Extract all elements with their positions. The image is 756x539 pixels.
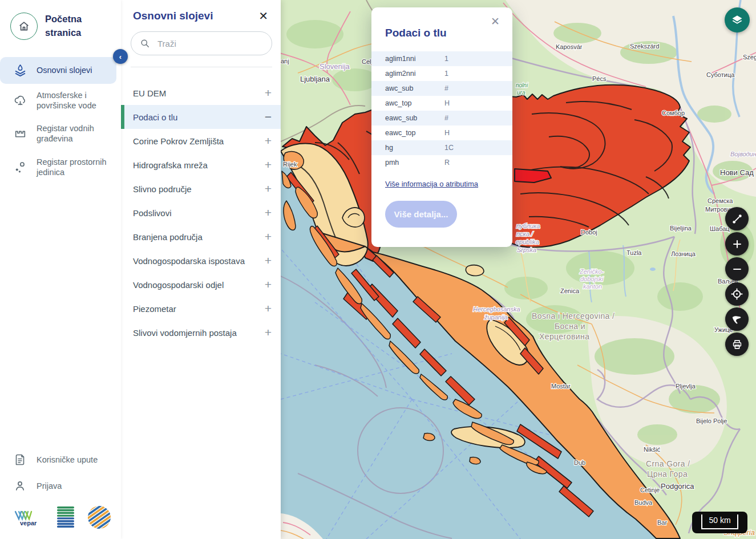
expand-icon[interactable]: + xyxy=(265,278,272,291)
zoom-in-button[interactable] xyxy=(725,232,749,256)
table-row: hg1C xyxy=(371,140,512,155)
map-label: Dub xyxy=(574,459,585,466)
map-label: Pljevlja xyxy=(676,383,696,390)
map-label: nolni xyxy=(516,82,528,88)
map-label: пска / xyxy=(516,230,533,237)
dam-icon xyxy=(13,127,28,141)
map-label: županija xyxy=(484,314,508,321)
table-row: pmhR xyxy=(371,155,512,170)
map-label: Podgorica xyxy=(661,482,694,491)
map-label: Srpska xyxy=(517,246,536,253)
layer-item-branjena-podrucja[interactable]: Branjena područja + xyxy=(121,225,281,249)
layer-item-vodnogospodarski-odjel[interactable]: Vodnogospodarski odjel + xyxy=(121,273,281,297)
sidebar-item-label: Prijava xyxy=(37,481,62,491)
popup-title: Podaci o tlu xyxy=(385,27,512,39)
table-row: aglim1nni1 xyxy=(371,51,512,66)
map-label: Херцеговина xyxy=(539,332,589,341)
croatia-extent-icon xyxy=(730,313,743,326)
layer-item-slivno-podrucje[interactable]: Slivno područje + xyxy=(121,177,281,201)
map-label: Tuzla xyxy=(626,249,642,256)
search-input[interactable] xyxy=(156,38,264,49)
map-label: Војводина xyxy=(730,151,756,157)
layer-item-vodnogospodarska-ispostava[interactable]: Vodnogospodarska ispostava + xyxy=(121,249,281,273)
sidebar-item-label: Registar prostornih jedinica xyxy=(37,157,107,177)
map-label: Kaposvár xyxy=(556,43,583,50)
map-scale-bar: 50 km xyxy=(692,512,747,533)
map-label: Црна Гора xyxy=(647,469,688,479)
expand-icon[interactable]: + xyxy=(265,230,272,244)
sidebar-item-label: Osnovni slojevi xyxy=(37,65,92,75)
zoom-out-button[interactable] xyxy=(725,257,749,281)
map-label: Bijeljina xyxy=(670,225,692,232)
close-icon[interactable]: ✕ xyxy=(487,14,503,29)
sidebar-nav: Osnovni slojevi Atmosferske i površinske… xyxy=(0,57,121,184)
expand-icon[interactable]: + xyxy=(265,158,272,172)
layer-item-podaci-o-tlu[interactable]: Podaci o tlu − xyxy=(121,105,281,129)
sidebar: Početnastranica Osnovni slojevi A xyxy=(0,0,121,539)
person-icon xyxy=(13,479,28,493)
layer-item-corine[interactable]: Corine Pokrov Zemljišta + xyxy=(121,129,281,153)
expand-icon[interactable]: + xyxy=(265,254,272,268)
measure-icon xyxy=(731,213,743,225)
globe-logo xyxy=(87,505,112,532)
print-button[interactable] xyxy=(725,333,749,356)
close-icon[interactable]: ✕ xyxy=(255,10,272,22)
home-icon xyxy=(10,13,38,40)
expand-icon[interactable]: + xyxy=(265,302,272,315)
locate-button[interactable] xyxy=(725,282,749,306)
basemap-layers-button[interactable] xyxy=(725,7,750,33)
expand-icon[interactable]: + xyxy=(265,182,272,196)
sidebar-item-prijava[interactable]: Prijava xyxy=(0,473,121,499)
map[interactable]: Slovenija Ljubljana Celje anj Rijek Kapo… xyxy=(281,0,756,539)
table-row: awc_topH xyxy=(371,96,512,111)
expand-icon[interactable]: + xyxy=(265,326,272,339)
attributes-info-link[interactable]: Više informacija o atributima xyxy=(385,180,478,188)
layer-item-eu-dem[interactable]: EU DEM + xyxy=(121,81,281,105)
layer-item-hidrografska-mreza[interactable]: Hidrografska mreža + xyxy=(121,153,281,177)
sidebar-item-label: Atmosferske i površinske vode xyxy=(37,90,96,111)
app-title: Početnastranica xyxy=(45,13,82,40)
search-icon xyxy=(139,38,151,49)
map-label: kanton xyxy=(583,283,602,290)
basemap: Slovenija Ljubljana Celje anj Rijek Kapo… xyxy=(281,0,756,539)
layer-list: EU DEM + Podaci o tlu − Corine Pokrov Ze… xyxy=(121,81,281,345)
panel-divider xyxy=(131,67,272,67)
collapse-panel-button[interactable]: ‹ xyxy=(113,49,128,64)
home-header[interactable]: Početnastranica xyxy=(0,0,121,50)
expand-icon[interactable]: + xyxy=(265,134,272,148)
scale-label: 50 km xyxy=(701,514,738,529)
collapse-icon[interactable]: − xyxy=(265,110,272,124)
sidebar-item-atmosferske-vode[interactable]: Atmosferske i površinske vode xyxy=(0,84,121,117)
map-label: dobojski xyxy=(580,275,604,282)
table-row: eawc_sub# xyxy=(371,111,512,125)
map-label: Лозница xyxy=(671,250,696,257)
map-label: Doboj xyxy=(581,229,597,236)
table-row: eawc_topH xyxy=(371,125,512,140)
map-label: Mostar xyxy=(551,383,571,390)
layer-item-podslivovi[interactable]: Podslivovi + xyxy=(121,201,281,225)
more-details-button[interactable]: Više detalja... xyxy=(385,201,457,228)
map-label: Pécs xyxy=(592,75,607,82)
sidebar-item-korisnicke-upute[interactable]: Korisničke upute xyxy=(0,447,121,473)
expand-icon[interactable]: + xyxy=(265,206,272,220)
sidebar-item-registar-prostornih-jedinica[interactable]: Registar prostornih jedinica xyxy=(0,151,121,184)
layer-item-piezometar[interactable]: Piezometar + xyxy=(121,297,281,321)
map-label: Босна и xyxy=(555,322,585,331)
layer-item-slivovi-vodomjernih-postaja[interactable]: Slivovi vodomjernih postaja + xyxy=(121,321,281,345)
measure-button[interactable] xyxy=(725,207,749,230)
sidebar-item-osnovni-slojevi[interactable]: Osnovni slojevi xyxy=(0,57,116,84)
map-label: Rijek xyxy=(283,161,297,168)
spatial-units-icon xyxy=(13,160,28,174)
map-label: ura xyxy=(517,90,525,96)
expand-icon[interactable]: + xyxy=(265,86,272,100)
map-label: публика xyxy=(516,222,540,229)
layer-search[interactable] xyxy=(131,31,272,55)
croatia-extent-button[interactable] xyxy=(725,307,749,331)
plus-icon xyxy=(731,238,743,250)
sidebar-item-registar-vodnih-gradevina[interactable]: Registar vodnih građevina xyxy=(0,117,121,150)
layer-panel: Osnovni slojevi ✕ EU DEM + Podaci o tlu … xyxy=(121,0,281,539)
map-label: Cetinje xyxy=(640,487,660,493)
locate-icon xyxy=(730,287,743,301)
map-label: Budva xyxy=(634,499,653,506)
map-label: Zeničko- xyxy=(579,268,604,275)
